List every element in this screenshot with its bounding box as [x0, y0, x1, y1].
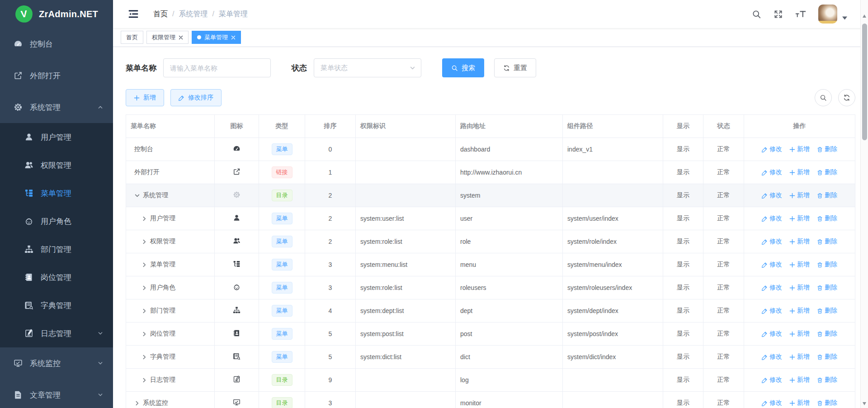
sidebar-item-dict[interactable]: 字典管理 [0, 291, 113, 319]
sort-cell: 5 [305, 323, 356, 346]
expand-right-icon[interactable] [134, 400, 140, 406]
add-link[interactable]: 新增 [789, 191, 810, 199]
sidebar-item-system[interactable]: 系统管理 [0, 91, 113, 123]
search-icon[interactable] [752, 9, 761, 19]
plus-icon [134, 95, 140, 101]
sidebar-item-article[interactable]: 文章管理 [0, 379, 113, 408]
sidebar-item-roleusers[interactable]: 用户角色 [0, 207, 113, 235]
page-scrollbar[interactable] [860, 0, 868, 408]
delete-link[interactable]: 删除 [817, 330, 837, 338]
add-link[interactable]: 新增 [789, 284, 810, 292]
fullscreen-icon[interactable] [774, 9, 783, 19]
edit-link[interactable]: 修改 [762, 307, 782, 315]
scroll-up-arrow-icon[interactable] [863, 14, 866, 18]
scrollbar-thumb[interactable] [862, 24, 867, 140]
delete-link[interactable]: 删除 [817, 261, 837, 269]
menu-name-cell: 系统管理 [131, 191, 210, 199]
expand-right-icon[interactable] [142, 331, 147, 337]
breadcrumb-item[interactable]: 系统管理 [179, 9, 208, 19]
route-path-cell: roleusers [456, 276, 563, 299]
add-button[interactable]: 新增 [126, 89, 164, 106]
add-link[interactable]: 新增 [789, 330, 810, 338]
tab[interactable]: 权限管理 [146, 31, 189, 44]
edit-link[interactable]: 修改 [762, 284, 782, 292]
edit-link[interactable]: 修改 [762, 145, 782, 153]
toggle-search-button[interactable] [815, 89, 832, 106]
edit-link[interactable]: 修改 [762, 168, 782, 176]
close-icon[interactable] [231, 35, 236, 40]
sidebar-item-menu[interactable]: 菜单管理 [0, 179, 113, 207]
add-link[interactable]: 新增 [789, 399, 810, 407]
refresh-table-button[interactable] [838, 89, 855, 106]
visible-cell: 显示 [663, 253, 703, 276]
edit-link[interactable]: 修改 [762, 399, 782, 407]
edit-link[interactable]: 修改 [762, 237, 782, 246]
expand-right-icon[interactable] [142, 285, 147, 291]
reset-button[interactable]: 重置 [494, 58, 536, 77]
component-path-cell: system/user/index [563, 207, 663, 230]
add-link[interactable]: 新增 [789, 376, 810, 384]
delete-link[interactable]: 删除 [817, 307, 837, 315]
user-avatar[interactable] [818, 5, 837, 24]
delete-link[interactable]: 删除 [817, 376, 837, 384]
tab[interactable]: 菜单管理 [192, 31, 241, 44]
edit-link[interactable]: 修改 [762, 191, 782, 199]
delete-link[interactable]: 删除 [817, 214, 837, 223]
menu-name-input[interactable] [163, 58, 271, 77]
delete-link[interactable]: 删除 [817, 145, 837, 153]
add-link[interactable]: 新增 [789, 261, 810, 269]
delete-link[interactable]: 删除 [817, 399, 837, 407]
expand-right-icon[interactable] [142, 308, 147, 314]
add-link[interactable]: 新增 [789, 353, 810, 361]
breadcrumb-item[interactable]: 首页 [153, 9, 168, 19]
status-select[interactable]: 菜单状态 [314, 58, 421, 77]
edit-link[interactable]: 修改 [762, 214, 782, 223]
add-link[interactable]: 新增 [789, 237, 810, 246]
font-size-icon[interactable] [795, 9, 806, 19]
expand-right-icon[interactable] [142, 216, 147, 222]
delete-link[interactable]: 删除 [817, 353, 837, 361]
sort-button[interactable]: 修改排序 [170, 89, 222, 106]
expand-right-icon[interactable] [142, 354, 147, 360]
expand-right-icon[interactable] [142, 377, 147, 383]
sidebar-item-dept[interactable]: 部门管理 [0, 235, 113, 263]
delete-link[interactable]: 删除 [817, 237, 837, 246]
sidebar-item-user[interactable]: 用户管理 [0, 123, 113, 151]
expand-right-icon[interactable] [142, 239, 147, 245]
type-badge: 菜单 [272, 282, 292, 294]
delete-link[interactable]: 删除 [817, 284, 837, 292]
sitemap-icon [24, 245, 33, 254]
edit-link[interactable]: 修改 [762, 261, 782, 269]
menu-name: 用户角色 [150, 284, 175, 292]
add-link[interactable]: 新增 [789, 307, 810, 315]
sort-cell: 1 [305, 161, 356, 184]
table-row: 部门管理 菜单 4 system:dept:list dept system/d… [126, 299, 855, 323]
delete-link[interactable]: 删除 [817, 168, 837, 176]
sidebar-item-role[interactable]: 权限管理 [0, 151, 113, 179]
app-logo[interactable]: V ZrAdmin.NET [0, 0, 113, 28]
menu-name: 字典管理 [150, 353, 175, 361]
caret-down-icon[interactable] [842, 16, 847, 20]
plus-icon [789, 308, 795, 314]
type-badge: 菜单 [272, 328, 292, 340]
delete-link[interactable]: 删除 [817, 191, 837, 199]
add-link[interactable]: 新增 [789, 168, 810, 176]
close-icon[interactable] [179, 35, 183, 40]
add-link[interactable]: 新增 [789, 214, 810, 223]
search-button[interactable]: 搜索 [442, 58, 484, 77]
scroll-down-arrow-icon[interactable] [863, 402, 866, 405]
sidebar-item-monitor[interactable]: 系统监控 [0, 347, 113, 379]
sidebar-item-external[interactable]: 外部打开 [0, 60, 113, 91]
expand-down-icon[interactable] [134, 193, 140, 199]
sidebar-item-label: 字典管理 [41, 300, 71, 311]
add-link[interactable]: 新增 [789, 145, 810, 153]
expand-right-icon[interactable] [142, 262, 147, 268]
sidebar-item-dashboard[interactable]: 控制台 [0, 28, 113, 60]
sidebar-item-log[interactable]: 日志管理 [0, 319, 113, 347]
edit-link[interactable]: 修改 [762, 330, 782, 338]
edit-link[interactable]: 修改 [762, 376, 782, 384]
tab[interactable]: 首页 [121, 31, 143, 44]
sidebar-collapse-icon[interactable] [128, 9, 139, 19]
sidebar-item-post[interactable]: 岗位管理 [0, 263, 113, 291]
edit-link[interactable]: 修改 [762, 353, 782, 361]
